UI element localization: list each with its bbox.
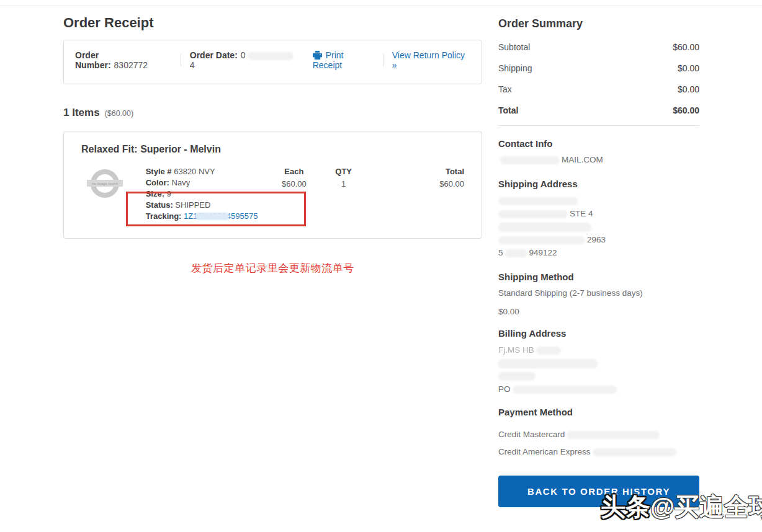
page-top-divider: [0, 6, 762, 6]
payment-card-2: Credit American Express: [498, 443, 699, 461]
shipping-method-value: Standard Shipping (2-7 business days): [498, 287, 699, 299]
size-line: Size: 9: [146, 188, 276, 200]
address-line: PO: [498, 383, 699, 396]
redaction-smudge: [498, 359, 598, 368]
each-header: Each: [276, 166, 313, 177]
billing-address-block: Fj.MS HB PO: [498, 344, 699, 396]
product-name: Relaxed Fit: Superior - Melvin: [81, 144, 464, 155]
order-date-label: Order Date:: [190, 50, 238, 60]
payment-method-heading: Payment Method: [498, 407, 699, 417]
items-total: ($60.00): [105, 109, 134, 118]
product-image-column: no image found: [81, 166, 146, 198]
payment-card-1: Credit Mastercard: [498, 426, 699, 443]
main-layout: Order Receipt Order Number:8302772 Order…: [0, 0, 762, 507]
redaction-smudge: [498, 236, 585, 244]
summary-row-tax: Tax $0.00: [498, 79, 699, 100]
address-line: [498, 194, 699, 207]
product-details: Style # 63820 NVY Color: Navy Size: 9 St…: [146, 166, 276, 222]
order-number: Order Number:8302772: [75, 50, 172, 70]
each-value: $60.00: [276, 179, 313, 190]
address-line: [498, 220, 699, 233]
status-line: Status: SHIPPED: [146, 200, 276, 211]
order-item-card: Relaxed Fit: Superior - Melvin no image …: [63, 131, 482, 239]
address-line: 2963: [498, 233, 699, 246]
address-line: Fj.MS HB: [498, 344, 699, 357]
page-title: Order Receipt: [63, 15, 482, 31]
contact-email: MAIL.COM: [498, 154, 699, 166]
style-line: Style # 63820 NVY: [146, 166, 276, 177]
order-number-value: 8302772: [114, 60, 148, 70]
printer-icon: [313, 51, 322, 60]
redaction-smudge: [593, 448, 676, 456]
order-number-label: Order Number:: [75, 50, 111, 70]
items-heading: 1 Items($60.00): [63, 107, 482, 119]
qty-value: 1: [313, 179, 375, 190]
total-column: Total $60.00: [374, 166, 464, 190]
shipping-address-block: STE 4 2963 5949122: [498, 194, 699, 259]
redaction-smudge: [498, 210, 568, 218]
redaction-smudge: [500, 156, 560, 164]
redaction-smudge: [567, 431, 660, 439]
redaction-smudge: [513, 386, 617, 394]
shipping-method-heading: Shipping Method: [498, 272, 699, 282]
summary-row-total: Total $60.00: [498, 100, 699, 126]
address-phone: 5949122: [498, 246, 699, 259]
tracking-link[interactable]: 1Z16YA0314595575: [184, 211, 258, 221]
redaction-smudge: [536, 347, 561, 355]
items-count: 1 Items: [63, 107, 100, 118]
summary-row-shipping: Shipping $0.00: [498, 58, 699, 79]
order-summary-heading: Order Summary: [498, 17, 699, 30]
back-to-order-history-button[interactable]: BACK TO ORDER HISTORY: [498, 476, 699, 507]
billing-address-heading: Billing Address: [498, 328, 699, 339]
print-receipt-link[interactable]: Print Receipt: [313, 50, 374, 70]
redaction-smudge: [498, 223, 591, 232]
product-image-placeholder: no image found: [91, 169, 119, 198]
redaction-smudge: [498, 372, 536, 381]
redaction-smudge: [248, 52, 294, 60]
shipping-address-heading: Shipping Address: [498, 179, 699, 189]
qty-header: QTY: [313, 166, 375, 177]
total-header: Total: [374, 166, 464, 177]
redaction-smudge: [195, 213, 230, 220]
redaction-smudge: [505, 249, 527, 257]
order-info-bar: Order Number:8302772 Order Date:04 Print…: [63, 40, 482, 84]
address-line: [498, 357, 699, 370]
address-line: STE 4: [498, 207, 699, 220]
divider: [383, 54, 383, 66]
each-column: Each $60.00: [276, 166, 313, 190]
qty-column: QTY 1: [313, 166, 375, 190]
contact-info-heading: Contact Info: [498, 138, 699, 149]
address-line: [498, 370, 699, 383]
color-line: Color: Navy: [146, 177, 276, 188]
summary-row-subtotal: Subtotal $60.00: [498, 37, 699, 58]
product-row: no image found Style # 63820 NVY Color: …: [81, 166, 464, 222]
order-date: Order Date:04: [190, 50, 298, 70]
total-value: $60.00: [374, 179, 464, 190]
tracking-line: Tracking: 1Z16YA0314595575: [146, 211, 276, 222]
redaction-smudge: [498, 197, 578, 205]
view-return-policy-link[interactable]: View Return Policy »: [392, 50, 470, 70]
shipping-method-cost: $0.00: [498, 306, 699, 318]
divider: [181, 54, 181, 66]
order-summary-column: Order Summary Subtotal $60.00 Shipping $…: [498, 14, 699, 507]
annotation-text: 发货后定单记录里会更新物流单号: [63, 261, 482, 275]
no-image-text: no image found: [87, 180, 123, 187]
receipt-column: Order Receipt Order Number:8302772 Order…: [63, 14, 482, 507]
